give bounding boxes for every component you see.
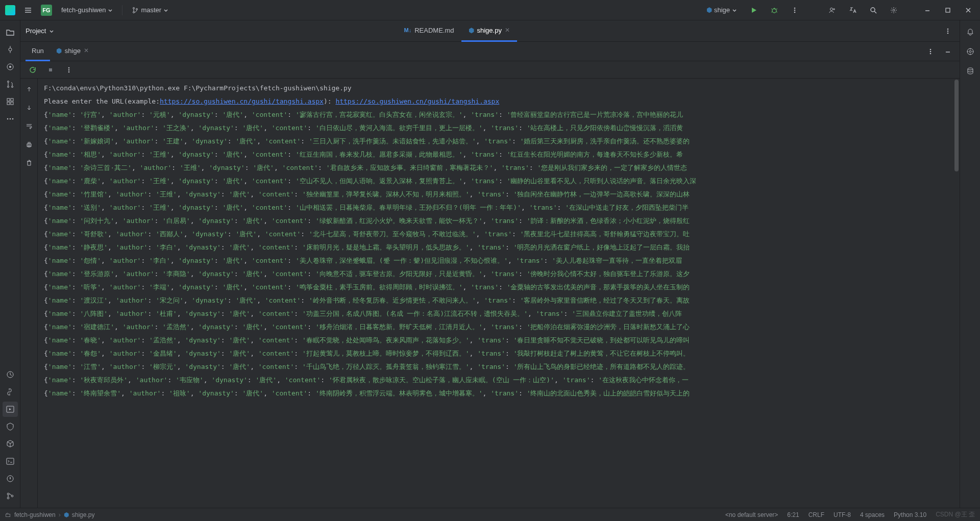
profiler-tool-icon[interactable] bbox=[3, 367, 18, 382]
print-icon[interactable] bbox=[21, 137, 37, 152]
svg-point-4 bbox=[772, 9, 776, 13]
run-panel-options-icon[interactable] bbox=[924, 45, 937, 58]
right-tool-rail bbox=[960, 20, 980, 508]
run-panel-tabs: Run ⬢ shige ✕ bbox=[20, 42, 960, 61]
project-view-dropdown[interactable]: Project bbox=[26, 27, 54, 35]
console-output[interactable]: F:\conda\envs\Python310\python.exe F:\Py… bbox=[38, 79, 953, 508]
svg-point-35 bbox=[947, 30, 949, 32]
project-view-label: Project bbox=[26, 27, 46, 35]
console-line: {'name': '八阵图', 'author': '杜甫', 'dynasty… bbox=[44, 307, 947, 320]
debug-button[interactable] bbox=[768, 4, 781, 17]
console-line: {'name': '听筝', 'author': '李端', 'dynasty'… bbox=[44, 281, 947, 294]
console-line: {'name': '春晓', 'author': '孟浩然', 'dynasty… bbox=[44, 334, 947, 347]
tab-shige[interactable]: ⬢ shige.py ✕ bbox=[461, 20, 517, 42]
structure-tool-icon[interactable] bbox=[3, 94, 18, 109]
more-actions-button[interactable] bbox=[788, 4, 801, 17]
console-line: {'name': '宿建德江', 'author': '孟浩然', 'dynas… bbox=[44, 320, 947, 334]
breadcrumb-file[interactable]: shige.py bbox=[72, 511, 95, 518]
notifications-tool-icon[interactable] bbox=[963, 24, 978, 40]
run-config-dropdown[interactable]: ⬢ shige bbox=[703, 4, 740, 16]
chevron-down-icon bbox=[49, 29, 54, 34]
python-icon: ⬢ bbox=[469, 27, 474, 34]
tab-readme[interactable]: M↓ README.md bbox=[397, 20, 461, 42]
branch-dropdown[interactable]: master bbox=[129, 4, 172, 16]
status-server[interactable]: <no default server> bbox=[725, 511, 778, 518]
svg-point-38 bbox=[930, 51, 932, 52]
settings-icon[interactable] bbox=[887, 4, 900, 17]
console-line: {'name': '登乐游原', 'author': '李商隐', 'dynas… bbox=[44, 267, 947, 281]
commit-tool-icon[interactable] bbox=[3, 42, 18, 57]
status-cursor-position[interactable]: 6:21 bbox=[787, 511, 799, 518]
scrollbar-thumb[interactable] bbox=[954, 80, 959, 171]
project-tool-icon[interactable] bbox=[3, 24, 18, 40]
console-line: {'name': '哥舒歌', 'author': '西鄙人', 'dynast… bbox=[44, 228, 947, 241]
stop-button[interactable] bbox=[44, 63, 57, 77]
svg-rect-21 bbox=[11, 102, 13, 105]
status-line-endings[interactable]: CRLF bbox=[808, 511, 824, 518]
svg-point-5 bbox=[794, 7, 796, 9]
rerun-button[interactable] bbox=[26, 63, 39, 77]
translate-icon[interactable] bbox=[846, 4, 860, 17]
svg-point-6 bbox=[794, 9, 796, 11]
svg-point-37 bbox=[930, 48, 932, 50]
terminal-tool-icon[interactable] bbox=[3, 454, 18, 469]
python-packages-icon[interactable] bbox=[3, 436, 18, 452]
services-tool-icon[interactable] bbox=[3, 419, 18, 434]
console-line: {'name': '杂诗三首·其二', 'author': '王维', 'dyn… bbox=[44, 161, 947, 175]
close-icon[interactable]: ✕ bbox=[84, 47, 89, 54]
svg-point-2 bbox=[133, 11, 135, 13]
run-tab-label: Run bbox=[32, 47, 44, 55]
pull-requests-icon[interactable] bbox=[3, 77, 18, 92]
folder-icon: 🗀 bbox=[5, 511, 11, 518]
entered-url-link[interactable]: https://so.gushiwen.cn/gushi/tangshi.asp… bbox=[335, 97, 499, 105]
svg-point-3 bbox=[136, 8, 138, 10]
bookmarks-tool-icon[interactable] bbox=[3, 59, 18, 75]
scroll-to-top-icon[interactable] bbox=[21, 82, 37, 97]
markdown-icon: M↓ bbox=[404, 27, 412, 33]
version-control-tool-icon[interactable] bbox=[3, 488, 18, 504]
project-dropdown[interactable]: fetch-gushiwen bbox=[58, 4, 116, 16]
ai-assistant-icon[interactable] bbox=[963, 44, 978, 59]
python-console-icon[interactable] bbox=[3, 384, 18, 400]
clear-all-icon[interactable] bbox=[21, 155, 37, 170]
soft-wrap-icon[interactable] bbox=[21, 118, 37, 134]
main-menu-icon[interactable] bbox=[21, 4, 35, 17]
console-line: {'name': '相思', 'author': '王维', 'dynasty'… bbox=[44, 148, 947, 161]
close-tab-icon[interactable]: ✕ bbox=[505, 27, 510, 34]
database-tool-icon[interactable] bbox=[963, 63, 978, 79]
search-icon[interactable] bbox=[867, 4, 880, 17]
svg-point-42 bbox=[68, 69, 70, 70]
breadcrumb-folder[interactable]: fetch-gushiwen bbox=[14, 511, 56, 518]
close-window-button[interactable] bbox=[962, 4, 975, 17]
run-tab[interactable]: Run bbox=[26, 42, 50, 61]
more-tools-icon[interactable] bbox=[3, 111, 18, 127]
editor-tabs-bar: Project M↓ README.md ⬢ shige.py ✕ bbox=[20, 20, 960, 42]
svg-rect-18 bbox=[7, 98, 10, 101]
console-options-icon[interactable] bbox=[62, 63, 76, 77]
run-config-tab[interactable]: ⬢ shige ✕ bbox=[50, 42, 95, 61]
example-url-link[interactable]: https://so.gushiwen.cn/gushi/tangshi.asp… bbox=[160, 97, 324, 105]
hide-panel-icon[interactable] bbox=[941, 45, 954, 58]
status-indent[interactable]: 4 spaces bbox=[860, 511, 885, 518]
vertical-scrollbar[interactable] bbox=[953, 79, 960, 508]
console-line: {'name': '春怨', 'author': '金昌绪', 'dynasty… bbox=[44, 347, 947, 360]
svg-point-34 bbox=[947, 28, 949, 30]
svg-point-8 bbox=[830, 8, 833, 10]
editor-options-icon[interactable] bbox=[941, 24, 954, 38]
svg-point-24 bbox=[12, 118, 13, 120]
console-line: {'name': '江雪', 'author': '柳宗元', 'dynasty… bbox=[44, 360, 947, 374]
scroll-to-bottom-icon[interactable] bbox=[21, 100, 37, 115]
python-icon: ⬢ bbox=[56, 47, 62, 55]
svg-point-14 bbox=[9, 66, 11, 68]
svg-rect-29 bbox=[7, 458, 14, 464]
minimize-window-button[interactable] bbox=[921, 4, 934, 17]
run-tool-icon[interactable] bbox=[3, 402, 18, 417]
svg-point-31 bbox=[7, 493, 9, 495]
console-line: {'name': '送别', 'author': '王维', 'dynasty'… bbox=[44, 201, 947, 214]
maximize-window-button[interactable] bbox=[941, 4, 954, 17]
status-interpreter[interactable]: Python 3.10 bbox=[894, 511, 926, 518]
status-encoding[interactable]: UTF-8 bbox=[834, 511, 851, 518]
code-with-me-icon[interactable] bbox=[826, 4, 839, 17]
run-button[interactable] bbox=[747, 4, 761, 17]
problems-tool-icon[interactable] bbox=[3, 471, 18, 486]
